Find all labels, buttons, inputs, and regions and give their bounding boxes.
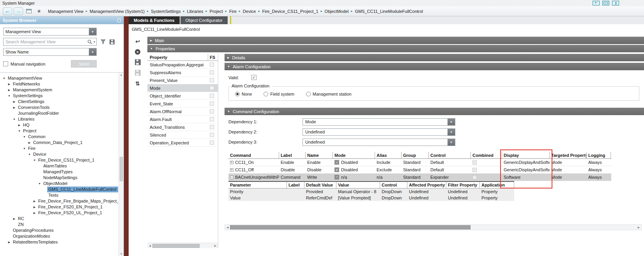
forward-button[interactable]	[14, 7, 23, 15]
chevron-down-icon[interactable]	[448, 129, 455, 135]
chevron-right-icon[interactable]: ▶	[32, 198, 37, 204]
chevron-down-icon[interactable]	[89, 48, 96, 55]
param-header-label[interactable]: Label	[287, 182, 304, 188]
tree-item-hq[interactable]: ▶HQ	[1, 122, 118, 128]
column-header-display[interactable]: Display	[502, 152, 550, 158]
chevron-down-icon[interactable]: ▼	[22, 146, 27, 151]
command-area-scrollbar[interactable]: ◀ ▶	[225, 224, 642, 230]
property-row-acked-transitions[interactable]: Acked_Transitions	[147, 123, 218, 131]
breadcrumb-item-libraries[interactable]: Libraries	[187, 9, 203, 14]
fs-checkbox[interactable]	[210, 94, 214, 98]
chevron-down-icon[interactable]: ▼	[37, 181, 42, 187]
fs-checkbox[interactable]	[210, 133, 214, 137]
tree-item-objectmodel[interactable]: ▼ObjectModel	[1, 181, 118, 187]
property-column-header[interactable]: Property	[147, 55, 208, 60]
search-options-chevron-icon[interactable]: ▾	[94, 40, 95, 44]
expand-row-icon[interactable]: +	[230, 168, 234, 172]
scroll-up-icon[interactable]: ▲	[119, 73, 124, 77]
param-header-parameter[interactable]: Parameter	[228, 182, 287, 188]
chevron-right-icon[interactable]: ▶	[12, 216, 17, 222]
fs-checkbox[interactable]	[210, 140, 214, 145]
fs-checkbox[interactable]	[210, 70, 214, 75]
tree-item-journalingrootfolder[interactable]: JournalingRootFolder	[1, 110, 118, 116]
scrollbar-thumb[interactable]	[120, 157, 123, 181]
fs-checkbox[interactable]	[210, 125, 214, 129]
section-alarm-configuration[interactable]: ▼ Alarm Configuration	[225, 63, 644, 70]
column-header-combined[interactable]: Combined	[471, 152, 502, 158]
tree-item-common[interactable]: ▼Common	[1, 134, 118, 140]
tree-item-fire[interactable]: ▼Fire	[1, 146, 118, 151]
chevron-right-icon[interactable]: ▶	[27, 140, 32, 146]
chevron-down-icon[interactable]: ▼	[2, 75, 7, 81]
tree-item-managementsystem[interactable]: ▶ManagementSystem	[1, 87, 118, 93]
tree-item-fire-device-fs20-ul-project-1[interactable]: ▶Fire_Device_FS20_UL_Project_1	[1, 210, 118, 216]
param-header-affected-property[interactable]: Affected Property	[407, 182, 446, 188]
view-switch-icon[interactable]	[25, 8, 33, 15]
collapse-panel-icon[interactable]	[593, 1, 600, 5]
property-row-statuspropagation-aggregat[interactable]: StatusPropagation.Aggregat	[147, 61, 218, 69]
chevron-down-icon[interactable]	[448, 139, 455, 146]
pane-indicator-strip[interactable]	[124, 16, 129, 256]
send-button[interactable]: Send	[71, 60, 97, 68]
favorites-star-icon[interactable]	[35, 8, 43, 15]
scroll-left-icon[interactable]: ◀	[226, 226, 229, 229]
column-header-label[interactable]: Label	[279, 152, 306, 158]
tree-item-conversiontools[interactable]: ▶ConversionTools	[1, 105, 118, 110]
back-button[interactable]	[3, 7, 12, 15]
tree-item-fieldnetworks[interactable]: ▶FieldNetworks	[1, 81, 118, 87]
radio-none[interactable]: None	[235, 92, 252, 96]
save-all-icon[interactable]	[135, 70, 141, 76]
search-box[interactable]: ▾	[3, 38, 97, 46]
system-browser-header[interactable]: System Browser	[0, 16, 124, 24]
tree-item-alarmtables[interactable]: AlarmTables	[1, 163, 118, 169]
dependency-combo[interactable]: Undefined	[303, 128, 455, 136]
parameter-row-value[interactable]: ValueReferCmdDef[Value Prompted]DropDown…	[228, 195, 514, 201]
property-row-alarm-offnormal[interactable]: Alarm.OffNormal	[147, 108, 218, 116]
tree-scrollbar[interactable]: ▲ ▼	[119, 73, 124, 256]
tree-item-relateditemstemplates[interactable]: ▶RelatedItemsTemplates	[1, 239, 118, 245]
tree-item-project[interactable]: ▼Project	[1, 128, 118, 134]
chevron-down-icon[interactable]: ▼	[27, 151, 32, 157]
chevron-down-icon[interactable]: ▼	[7, 93, 12, 99]
radio-field-system[interactable]: Field system	[264, 92, 294, 96]
combined-checkbox[interactable]	[472, 175, 477, 180]
tab-models-functions[interactable]: Models & Functions	[129, 16, 180, 24]
chevron-right-icon[interactable]: ▶	[12, 99, 17, 105]
param-header-value[interactable]: Value	[336, 182, 380, 188]
chevron-right-icon[interactable]: ▶	[12, 105, 17, 110]
breadcrumb-item-objectmodel[interactable]: ObjectModel	[325, 9, 349, 14]
cancel-icon[interactable]: ×	[135, 49, 140, 55]
valid-checkbox[interactable]: ✓	[251, 75, 257, 80]
tree-item-operatingprocedures[interactable]: OperatingProcedures	[1, 228, 118, 233]
tree-item-clientsettings[interactable]: ▶ClientSettings	[1, 99, 118, 105]
breadcrumb-item-project[interactable]: Project	[210, 9, 223, 14]
property-row-suppressalarms[interactable]: SuppressAlarms	[147, 69, 218, 76]
revert-icon[interactable]: ↩	[134, 38, 141, 44]
pin-icon[interactable]	[117, 19, 121, 22]
breadcrumb-item-device[interactable]: Device	[243, 9, 256, 14]
scroll-right-icon[interactable]: ▶	[214, 244, 217, 247]
breadcrumb-item-fire-device-cs11-project-1[interactable]: Fire_Device_CS11_Project_1	[262, 9, 318, 14]
chevron-right-icon[interactable]: ▶	[32, 210, 37, 216]
fs-checkbox[interactable]	[210, 78, 214, 82]
tree-item-fire-device-fs20-en-project-1[interactable]: ▶Fire_Device_FS20_EN_Project_1	[1, 204, 118, 210]
chevron-right-icon[interactable]: ▶	[7, 239, 12, 245]
column-header-control[interactable]: Control	[429, 152, 471, 158]
radio-management-station[interactable]: Management station	[306, 92, 352, 96]
tree-item-gms-cc11-linemodulefullcontrol[interactable]: GMS_CC11_LineModuleFullControl	[1, 187, 118, 192]
dependency-combo[interactable]: Mode	[303, 118, 455, 126]
param-header-application[interactable]: Application	[480, 182, 514, 188]
breadcrumb-item-systemsettings[interactable]: SystemSettings	[151, 9, 180, 14]
column-header-group[interactable]: Group	[402, 152, 429, 158]
save-icon[interactable]	[135, 59, 141, 65]
tree-item-fire-device-fire-brigade-maps-project-1[interactable]: ▶Fire_Device_Fire_Brigade_Maps_Project_1	[1, 198, 118, 204]
layout-grid-icon[interactable]	[602, 1, 609, 5]
section-properties[interactable]: ▼ Properties	[147, 45, 644, 52]
command-row-bacnetunsignedwithpr[interactable]: −BACnetUnsignedWithPrCommandWrite*n/an/a…	[228, 174, 611, 181]
param-header-filter-property[interactable]: Filter Property	[446, 182, 480, 188]
view-selector-combo[interactable]: Management View	[3, 28, 97, 36]
fs-column-header[interactable]: FS	[208, 54, 218, 60]
property-row-event-state[interactable]: Event_State	[147, 100, 218, 108]
command-row-cc11-on[interactable]: +CC11_OnEnableEnable=DisabledIncludeStan…	[228, 159, 611, 166]
scroll-down-icon[interactable]: ▼	[119, 252, 124, 256]
